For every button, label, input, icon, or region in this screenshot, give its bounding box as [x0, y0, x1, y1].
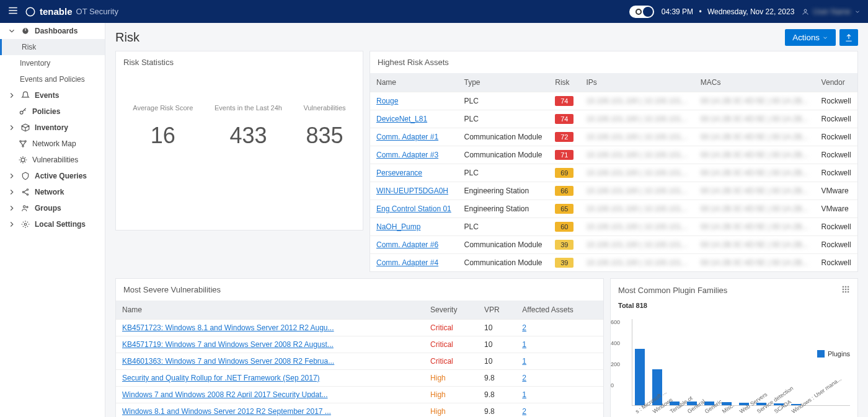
svg-point-7 — [20, 141, 21, 142]
nav-label: Local Settings — [35, 220, 86, 229]
vuln-link[interactable]: Windows 7 and Windows 2008 R2 April 2017… — [122, 390, 328, 399]
col-header[interactable]: IPs — [580, 73, 694, 92]
asset-link[interactable]: Comm. Adapter #4 — [376, 258, 438, 267]
asset-type: PLC — [458, 218, 549, 236]
sidebar-item-dashboards[interactable]: Dashboards — [0, 23, 105, 39]
sidebar-item-active-queries[interactable]: Active Queries — [0, 168, 105, 184]
risk-badge: 65 — [555, 204, 574, 214]
sidebar-item-local-settings[interactable]: Local Settings — [0, 216, 105, 232]
table-row: Comm. Adapter #3Communication Module7110… — [370, 146, 857, 164]
asset-type: Communication Module — [458, 236, 549, 254]
table-row: KB4571719: Windows 7 and Windows Server … — [116, 336, 603, 353]
theme-toggle[interactable] — [629, 6, 654, 18]
col-header[interactable]: Name — [370, 73, 458, 92]
sidebar-item-network-map[interactable]: Network Map — [0, 136, 105, 152]
card-title: Highest Risk Assets — [370, 51, 857, 73]
sidebar-item-risk[interactable]: Risk — [0, 39, 105, 55]
chevron-down-icon — [7, 27, 16, 35]
chart-label: Service detection — [756, 404, 768, 415]
col-header[interactable]: Severity — [424, 301, 478, 320]
col-header[interactable]: MACs — [694, 73, 815, 92]
sidebar-item-inventory[interactable]: Inventory — [0, 120, 105, 136]
asset-ip: 10.100.101.100 | 10.100.101... — [580, 254, 694, 272]
vuln-link[interactable]: Security and Quality Rollup for .NET Fra… — [122, 374, 320, 382]
vuln-severity: High — [424, 387, 478, 403]
legend-label: Plugins — [828, 350, 850, 358]
col-header[interactable]: Vendor — [815, 73, 857, 92]
col-header[interactable]: Affected Assets — [516, 301, 603, 320]
risk-badge: 66 — [555, 186, 574, 196]
asset-mac: 00:1A:2B:3C:4D:5E | 00:1A:2B... — [694, 254, 815, 272]
asset-link[interactable]: Comm. Adapter #3 — [376, 151, 438, 159]
asset-mac: 00:1A:2B:3C:4D:5E | 00:1A:2B... — [694, 164, 815, 182]
sidebar-item-network[interactable]: Network — [0, 184, 105, 200]
asset-link[interactable]: DeviceNet_L81 — [376, 115, 427, 123]
risk-stats-card: Risk Statistics Average Risk Score 16 Ev… — [115, 51, 363, 230]
sidebar-item-events-policies[interactable]: Events and Policies — [0, 71, 105, 87]
share-icon — [21, 188, 30, 196]
stat-events: Events in the Last 24h 433 — [215, 104, 282, 149]
sidebar-item-groups[interactable]: Groups — [0, 200, 105, 216]
affected-assets-link[interactable]: 1 — [522, 357, 526, 366]
asset-vendor: Rockwell — [815, 92, 857, 110]
actions-button[interactable]: Actions — [785, 29, 836, 46]
sidebar-item-events[interactable]: Events — [0, 87, 105, 103]
card-title: Most Common Plugin Families — [618, 286, 727, 295]
bug-icon — [19, 156, 27, 164]
table-row: Comm. Adapter #1Communication Module7210… — [370, 128, 857, 146]
export-button[interactable] — [839, 29, 858, 46]
affected-assets-link[interactable]: 1 — [522, 390, 526, 399]
vuln-link[interactable]: Windows 8.1 and Windows Server 2012 R2 S… — [122, 407, 331, 416]
vuln-vpr: 10 — [478, 336, 516, 353]
asset-ip: 10.100.101.100 | 10.100.101... — [580, 236, 694, 254]
affected-assets-link[interactable]: 2 — [522, 374, 526, 382]
col-header[interactable]: Risk — [549, 73, 580, 92]
chart-label: Windows — [652, 404, 663, 415]
asset-type: PLC — [458, 164, 549, 182]
vuln-link[interactable]: KB4571719: Windows 7 and Windows Server … — [122, 340, 334, 349]
svg-point-8 — [25, 141, 26, 142]
col-header[interactable]: Type — [458, 73, 549, 92]
affected-assets-link[interactable]: 1 — [522, 340, 526, 349]
svg-point-16 — [24, 223, 27, 226]
col-header[interactable]: VPR — [478, 301, 516, 320]
chart-bar[interactable] — [635, 349, 645, 405]
svg-point-11 — [27, 189, 28, 190]
asset-link[interactable]: Comm. Adapter #1 — [376, 133, 438, 141]
asset-link[interactable]: Perseverance — [376, 169, 422, 177]
sidebar-item-inventory-sub[interactable]: Inventory — [0, 55, 105, 71]
svg-point-10 — [21, 158, 25, 162]
grid-icon[interactable] — [841, 285, 850, 296]
vuln-link[interactable]: KB4571723: Windows 8.1 and Windows Serve… — [122, 323, 334, 332]
sidebar-item-policies[interactable]: Policies — [0, 103, 105, 120]
assets-table: NameTypeRiskIPsMACsVendor RougePLC7410.1… — [370, 73, 857, 271]
table-row: Windows 7 and Windows 2008 R2 April 2017… — [116, 387, 603, 403]
svg-point-13 — [27, 194, 28, 195]
nav-label: Vulnerabilities — [32, 156, 78, 164]
chart-label: s : Microsoft ... — [634, 404, 646, 415]
risk-badge: 72 — [555, 132, 574, 142]
asset-mac: 00:1A:2B:3C:4D:5E | 00:1A:2B... — [694, 218, 815, 236]
export-icon — [844, 33, 853, 42]
menu-icon[interactable] — [7, 5, 19, 18]
page-title: Risk — [115, 30, 140, 45]
plugins-total: Total 818 — [611, 302, 857, 313]
asset-link[interactable]: Rouge — [376, 97, 398, 105]
affected-assets-link[interactable]: 2 — [522, 323, 526, 332]
asset-link[interactable]: Comm. Adapter #6 — [376, 240, 438, 249]
affected-assets-link[interactable]: 2 — [522, 407, 526, 416]
table-row: Eng Control Station 01Engineering Statio… — [370, 200, 857, 218]
sidebar-item-vulnerabilities[interactable]: Vulnerabilities — [0, 152, 105, 168]
chevron-right-icon — [7, 188, 16, 196]
asset-link[interactable]: Eng Control Station 01 — [376, 204, 451, 213]
cube-icon — [21, 123, 30, 132]
user-menu[interactable]: User Name — [802, 7, 861, 16]
asset-ip: 10.100.101.100 | 10.100.101... — [580, 128, 694, 146]
svg-point-6 — [20, 111, 23, 114]
asset-link[interactable]: WIN-UEUPT5DGA0H — [376, 187, 448, 195]
nav-label: Network Map — [32, 139, 76, 148]
asset-link[interactable]: NaOH_Pump — [376, 222, 420, 231]
vuln-link[interactable]: KB4601363: Windows 7 and Windows Server … — [122, 357, 334, 366]
nav-label: Events — [35, 91, 59, 100]
col-header[interactable]: Name — [116, 301, 424, 320]
